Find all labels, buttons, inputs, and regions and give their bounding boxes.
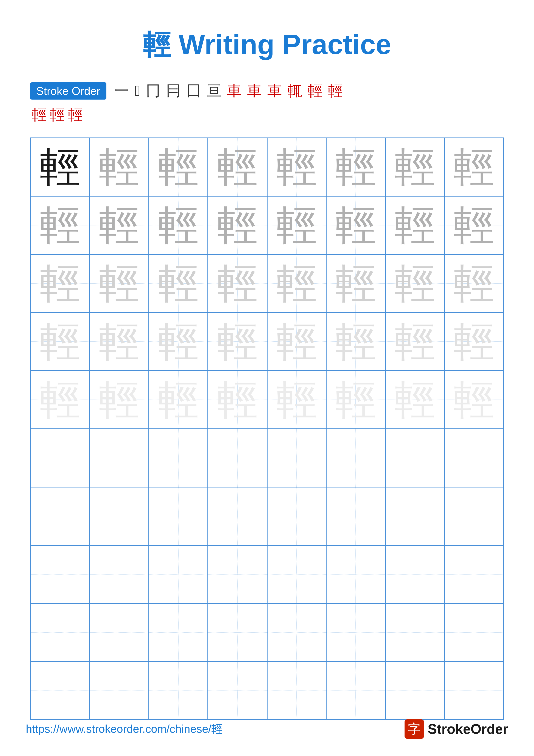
grid-cell[interactable]: 輕 <box>89 196 149 254</box>
grid-cell[interactable] <box>326 604 385 662</box>
grid-cell[interactable] <box>326 487 385 545</box>
grid-cell[interactable] <box>208 604 267 662</box>
grid-cell[interactable]: 輕 <box>89 138 149 196</box>
grid-cell[interactable] <box>149 662 208 720</box>
grid-cell[interactable] <box>89 487 149 545</box>
grid-cell[interactable] <box>89 429 149 487</box>
grid-cell[interactable] <box>267 662 326 720</box>
grid-cell[interactable]: 輕 <box>445 138 504 196</box>
grid-cell[interactable] <box>149 604 208 662</box>
grid-cell[interactable] <box>445 662 504 720</box>
grid-cell[interactable] <box>385 545 445 604</box>
grid-cell[interactable]: 輕 <box>31 196 90 254</box>
practice-char: 輕 <box>217 379 258 420</box>
grid-cell[interactable] <box>31 662 90 720</box>
practice-char: 輕 <box>394 147 435 187</box>
grid-cell[interactable]: 輕 <box>31 254 90 312</box>
grid-cell[interactable] <box>326 662 385 720</box>
grid-cell[interactable]: 輕 <box>326 138 385 196</box>
grid-cell[interactable]: 輕 <box>267 371 326 429</box>
grid-cell[interactable] <box>208 545 267 604</box>
grid-cell[interactable]: 輕 <box>326 371 385 429</box>
practice-char: 輕 <box>99 147 140 187</box>
grid-cell[interactable]: 輕 <box>208 312 267 371</box>
grid-cell[interactable]: 輕 <box>149 254 208 312</box>
grid-cell[interactable]: 輕 <box>149 312 208 371</box>
practice-char: 輕 <box>276 379 317 420</box>
grid-cell[interactable] <box>445 545 504 604</box>
grid-cell[interactable] <box>149 487 208 545</box>
grid-cell[interactable]: 輕 <box>445 254 504 312</box>
grid-cell[interactable]: 輕 <box>326 196 385 254</box>
grid-cell[interactable]: 輕 <box>89 371 149 429</box>
practice-char: 輕 <box>99 321 140 362</box>
grid-cell[interactable] <box>89 604 149 662</box>
practice-char: 輕 <box>217 321 258 362</box>
grid-cell[interactable] <box>31 487 90 545</box>
grid-cell[interactable] <box>326 429 385 487</box>
footer-url[interactable]: https://www.strokeorder.com/chinese/輕 <box>26 721 222 737</box>
grid-cell[interactable]: 輕 <box>89 312 149 371</box>
grid-cell[interactable] <box>89 662 149 720</box>
grid-cell[interactable]: 輕 <box>385 312 445 371</box>
grid-cell[interactable] <box>385 604 445 662</box>
practice-char: 輕 <box>39 147 81 187</box>
grid-cell[interactable] <box>149 545 208 604</box>
practice-char: 輕 <box>39 321 81 362</box>
grid-cell[interactable]: 輕 <box>385 371 445 429</box>
grid-cell[interactable]: 輕 <box>149 371 208 429</box>
grid-cell[interactable] <box>208 429 267 487</box>
grid-cell[interactable] <box>445 487 504 545</box>
grid-cell[interactable]: 輕 <box>208 138 267 196</box>
grid-cell[interactable]: 輕 <box>267 254 326 312</box>
grid-cell[interactable] <box>267 487 326 545</box>
practice-char: 輕 <box>99 263 140 304</box>
grid-cell[interactable]: 輕 <box>149 138 208 196</box>
grid-cell[interactable]: 輕 <box>267 312 326 371</box>
stroke-char-2: 𠂆 <box>135 82 140 99</box>
grid-cell[interactable] <box>89 545 149 604</box>
title-char: 輕 <box>143 29 171 60</box>
grid-cell[interactable]: 輕 <box>326 312 385 371</box>
grid-cell[interactable]: 輕 <box>208 254 267 312</box>
grid-cell[interactable] <box>208 662 267 720</box>
grid-cell[interactable]: 輕 <box>445 371 504 429</box>
grid-cell[interactable]: 輕 <box>89 254 149 312</box>
grid-cell[interactable]: 輕 <box>385 196 445 254</box>
practice-char: 輕 <box>99 205 140 246</box>
grid-cell[interactable] <box>445 429 504 487</box>
grid-cell[interactable]: 輕 <box>267 196 326 254</box>
grid-row <box>31 429 504 487</box>
practice-char: 輕 <box>276 147 317 187</box>
grid-cell[interactable] <box>385 429 445 487</box>
grid-cell[interactable]: 輕 <box>208 196 267 254</box>
footer-logo-text: StrokeOrder <box>428 721 508 737</box>
grid-cell[interactable] <box>31 429 90 487</box>
grid-cell[interactable]: 輕 <box>31 312 90 371</box>
grid-cell[interactable] <box>326 545 385 604</box>
grid-cell[interactable] <box>208 487 267 545</box>
grid-cell[interactable] <box>445 604 504 662</box>
grid-cell[interactable] <box>31 604 90 662</box>
grid-cell[interactable]: 輕 <box>385 254 445 312</box>
grid-cell[interactable] <box>31 545 90 604</box>
grid-cell[interactable]: 輕 <box>267 138 326 196</box>
grid-cell[interactable]: 輕 <box>445 312 504 371</box>
grid-cell[interactable]: 輕 <box>208 371 267 429</box>
grid-cell[interactable]: 輕 <box>326 254 385 312</box>
grid-cell[interactable]: 輕 <box>31 138 90 196</box>
practice-char: 輕 <box>158 263 199 304</box>
grid-cell[interactable]: 輕 <box>31 371 90 429</box>
grid-cell[interactable] <box>149 429 208 487</box>
grid-cell[interactable] <box>267 545 326 604</box>
grid-cell[interactable] <box>385 487 445 545</box>
stroke-order-badge: Stroke Order <box>30 82 106 99</box>
grid-cell[interactable]: 輕 <box>149 196 208 254</box>
grid-cell[interactable] <box>385 662 445 720</box>
stroke-char-3: 冂 <box>146 81 161 101</box>
stroke-char-1: 一 <box>114 81 129 101</box>
grid-cell[interactable]: 輕 <box>445 196 504 254</box>
grid-cell[interactable] <box>267 429 326 487</box>
grid-cell[interactable]: 輕 <box>385 138 445 196</box>
grid-cell[interactable] <box>267 604 326 662</box>
